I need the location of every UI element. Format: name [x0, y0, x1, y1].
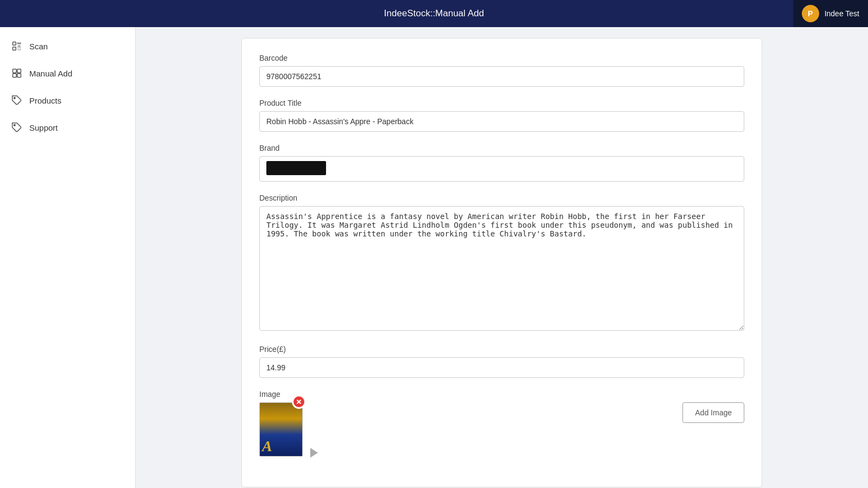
- user-menu[interactable]: P Indee Test: [793, 0, 868, 27]
- svg-rect-10: [13, 69, 17, 73]
- svg-rect-13: [17, 74, 21, 78]
- sidebar-label-manual-add: Manual Add: [29, 69, 72, 78]
- price-group: Price(£): [259, 345, 744, 378]
- support-icon: [11, 121, 23, 133]
- play-button[interactable]: [307, 446, 321, 460]
- remove-image-button[interactable]: [292, 395, 306, 409]
- app-header: IndeeStock::Manual Add P Indee Test: [0, 0, 868, 27]
- svg-rect-0: [13, 42, 16, 46]
- product-title-group: Product Title: [259, 99, 744, 132]
- app-layout: Scan Manual Add Products: [0, 27, 868, 488]
- product-title-label: Product Title: [259, 99, 744, 107]
- brand-value-box: [266, 161, 326, 175]
- description-label: Description: [259, 194, 744, 202]
- brand-input-wrapper[interactable]: [259, 156, 744, 182]
- image-section: A Add Image: [259, 402, 744, 460]
- description-group: Description Assassin's Apprentice is a f…: [259, 194, 744, 333]
- sidebar-label-products: Products: [29, 96, 61, 105]
- svg-point-15: [14, 125, 16, 126]
- barcode-input[interactable]: [259, 66, 744, 87]
- book-thumbnail: A: [259, 402, 303, 457]
- main-content: Barcode Product Title Brand Description …: [136, 27, 868, 488]
- image-group: Image A: [259, 390, 744, 460]
- description-textarea[interactable]: Assassin's Apprentice is a fantasy novel…: [259, 206, 744, 331]
- sidebar: Scan Manual Add Products: [0, 27, 136, 488]
- brand-label: Brand: [259, 144, 744, 152]
- svg-rect-11: [17, 69, 21, 73]
- svg-rect-1: [13, 47, 16, 50]
- app-title: IndeeStock::Manual Add: [384, 8, 484, 19]
- form-card: Barcode Product Title Brand Description …: [241, 38, 762, 487]
- play-triangle-icon: [310, 448, 318, 458]
- sidebar-label-support: Support: [29, 123, 58, 132]
- price-input[interactable]: [259, 357, 744, 378]
- grid-icon: [11, 67, 23, 79]
- book-cover-letter: A: [262, 438, 272, 455]
- price-label: Price(£): [259, 345, 744, 354]
- product-title-input[interactable]: [259, 111, 744, 132]
- user-name: Indee Test: [825, 9, 859, 18]
- barcode-group: Barcode: [259, 54, 744, 87]
- tag-icon: [11, 94, 23, 106]
- svg-rect-12: [13, 74, 17, 78]
- scan-icon: [11, 40, 23, 52]
- image-preview-area: A: [259, 402, 321, 460]
- image-container: A: [259, 402, 303, 457]
- add-image-button[interactable]: Add Image: [682, 402, 744, 423]
- sidebar-item-manual-add[interactable]: Manual Add: [0, 60, 135, 87]
- sidebar-item-products[interactable]: Products: [0, 87, 135, 114]
- sidebar-item-support[interactable]: Support: [0, 114, 135, 141]
- barcode-label: Barcode: [259, 54, 744, 62]
- user-avatar: P: [802, 5, 819, 22]
- svg-point-14: [14, 98, 16, 99]
- brand-group: Brand: [259, 144, 744, 182]
- book-cover-art: A: [260, 403, 302, 456]
- image-label: Image: [259, 390, 744, 399]
- sidebar-label-scan: Scan: [29, 42, 48, 51]
- sidebar-item-scan[interactable]: Scan: [0, 33, 135, 60]
